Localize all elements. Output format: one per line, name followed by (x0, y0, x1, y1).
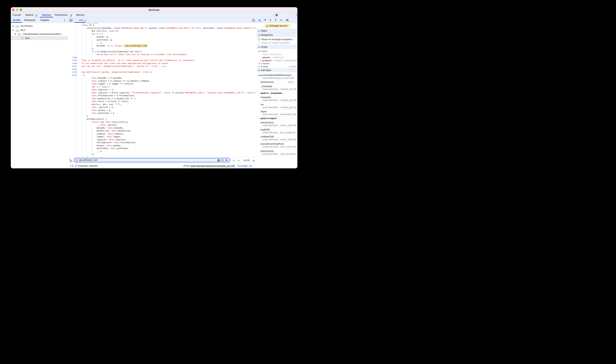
svg-text:B: B (71, 161, 72, 162)
